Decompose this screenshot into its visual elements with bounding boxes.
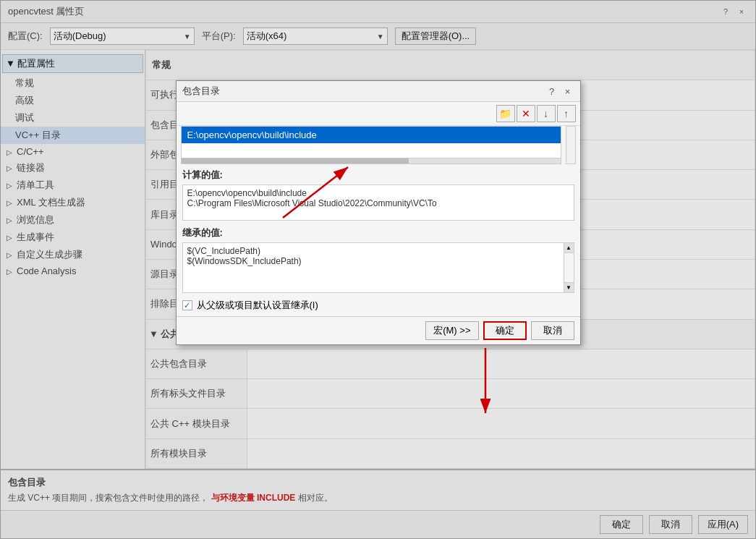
dialog-toolbar: 📁 ✕ ↓ ↑: [177, 102, 580, 126]
dialog-title-bar: 包含目录 ? ×: [177, 81, 580, 102]
dialog-overlay: 包含目录 ? × 📁 ✕ ↓ ↑ E:\opencv\opencv\buil: [1, 1, 755, 538]
main-window: opencvtest 属性页 ? × 配置(C): 活动(Debug) ▼ 平台…: [0, 0, 756, 539]
dialog-title: 包含目录: [182, 85, 220, 98]
dialog-title-buttons: ? ×: [545, 85, 574, 98]
dialog-help-button[interactable]: ?: [545, 85, 558, 98]
computed-line-1: E:\opencv\opencv\build\include: [187, 188, 569, 198]
dialog-list-content: E:\opencv\opencv\build\include: [177, 126, 566, 164]
dialog-close-button[interactable]: ×: [561, 85, 574, 98]
dialog-list: E:\opencv\opencv\build\include: [181, 126, 561, 158]
inherited-scrollbar: ▲ ▼: [564, 243, 574, 292]
inherited-line-1: $(VC_IncludePath): [187, 246, 559, 256]
computed-values: E:\opencv\opencv\build\include C:\Progra…: [182, 184, 574, 221]
dialog-list-item-empty[interactable]: [182, 143, 561, 158]
dialog-list-container: E:\opencv\opencv\build\include: [177, 126, 580, 164]
computed-line-2: C:\Program Files\Microsoft Visual Studio…: [187, 198, 569, 208]
toolbar-move-up-button[interactable]: ↑: [557, 105, 576, 122]
dialog-list-scrollbar-thumb: [181, 158, 561, 164]
toolbar-folder-button[interactable]: 📁: [496, 105, 515, 122]
scroll-down-button[interactable]: ▼: [564, 282, 574, 292]
inherit-checkbox[interactable]: ✓: [182, 300, 192, 310]
dialog-bottom-buttons: 宏(M) >> 确定 取消: [177, 316, 580, 344]
inherited-section-label: 继承的值:: [177, 222, 580, 241]
computed-section-label: 计算的值:: [177, 164, 580, 183]
inherit-checkbox-label: 从父级或项目默认设置继承(I): [197, 299, 318, 312]
macro-button[interactable]: 宏(M) >>: [425, 321, 478, 340]
scroll-track: [564, 253, 574, 282]
inherited-values: $(VC_IncludePath) $(WindowsSDK_IncludePa…: [183, 243, 564, 292]
include-dirs-dialog: 包含目录 ? × 📁 ✕ ↓ ↑ E:\opencv\opencv\buil: [176, 80, 581, 345]
scroll-up-button[interactable]: ▲: [564, 243, 574, 253]
inherited-line-2: $(WindowsSDK_IncludePath): [187, 256, 559, 266]
inherited-values-container: $(VC_IncludePath) $(WindowsSDK_IncludePa…: [182, 242, 574, 293]
checkbox-row: ✓ 从父级或项目默认设置继承(I): [177, 294, 580, 316]
toolbar-move-down-button[interactable]: ↓: [537, 105, 556, 122]
toolbar-delete-button[interactable]: ✕: [517, 105, 535, 122]
dialog-list-scrollbar: [566, 126, 576, 164]
dialog-cancel-button[interactable]: 取消: [531, 321, 574, 340]
dialog-ok-button[interactable]: 确定: [483, 321, 527, 340]
dialog-list-item[interactable]: E:\opencv\opencv\build\include: [182, 127, 561, 143]
